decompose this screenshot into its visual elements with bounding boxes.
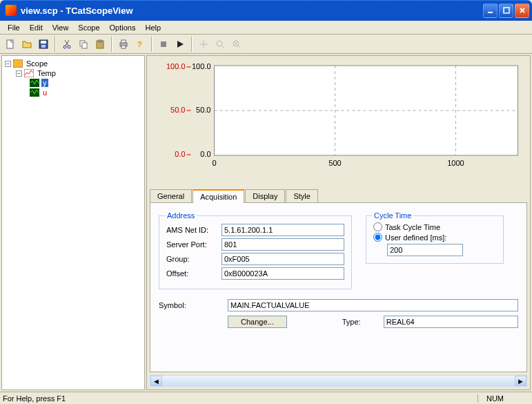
tree-channel-y-label: y [41, 79, 48, 87]
chart-area[interactable]: 100.0 50.0 0.0 100.0 50.0 0.0 0 500 1000 [150, 59, 527, 183]
horizontal-scrollbar[interactable]: ◄ ► [150, 375, 527, 387]
scroll-left-icon[interactable]: ◄ [150, 376, 162, 386]
tabstrip: General Acquisition Display Style [150, 189, 527, 202]
menu-edit[interactable]: Edit [25, 22, 48, 33]
play-icon[interactable] [173, 37, 188, 52]
toolbar: ? [0, 35, 532, 54]
svg-text:100.0: 100.0 [192, 62, 211, 70]
tree-channel-y[interactable]: y [5, 78, 141, 88]
status-help: For Help, press F1 [3, 394, 66, 403]
svg-rect-13 [121, 40, 126, 43]
symbol-label: Symbol: [159, 301, 228, 309]
tab-general[interactable]: General [150, 189, 192, 203]
help-icon[interactable]: ? [132, 37, 148, 52]
tab-style[interactable]: Style [286, 189, 317, 203]
svg-rect-20 [24, 69, 34, 77]
new-icon[interactable] [3, 37, 18, 52]
titlebar: view.scp - TCatScopeView [0, 0, 532, 21]
window-title: view.scp - TCatScopeView [19, 6, 483, 16]
ams-input[interactable] [221, 224, 344, 236]
zoom-icon[interactable] [213, 37, 228, 52]
svg-rect-16 [161, 41, 166, 47]
chart-icon [24, 69, 34, 77]
cycle-group: Cycle Time Task Cycle Time User defined … [366, 215, 504, 264]
menu-help[interactable]: Help [140, 22, 166, 33]
svg-text:0.0: 0.0 [175, 150, 185, 158]
svg-text:1000: 1000 [447, 159, 464, 167]
svg-rect-1 [504, 8, 509, 13]
type-input[interactable] [384, 316, 518, 328]
cut-icon[interactable] [59, 37, 75, 52]
svg-point-6 [63, 46, 66, 48]
scroll-track[interactable] [162, 376, 515, 386]
tab-display[interactable]: Display [245, 189, 285, 203]
status-num: NUM [477, 394, 512, 403]
scope-icon [13, 59, 23, 68]
collapse-icon[interactable]: − [16, 70, 22, 77]
collapse-icon[interactable]: − [5, 61, 11, 67]
svg-text:500: 500 [328, 159, 341, 167]
group-label: Group: [166, 255, 221, 263]
offset-label: Offset: [166, 269, 221, 278]
radio-user-label: User defined [ms]: [385, 233, 446, 242]
svg-text:0: 0 [212, 159, 216, 167]
signal-icon [30, 79, 39, 87]
port-input[interactable] [221, 238, 344, 251]
app-icon [6, 5, 17, 16]
menubar: File Edit View Scope Options Help [0, 21, 532, 35]
close-button[interactable] [515, 3, 529, 18]
group-input[interactable] [221, 253, 344, 265]
menu-file[interactable]: File [3, 22, 25, 33]
tree-root[interactable]: − Scope [5, 59, 141, 68]
svg-rect-5 [41, 45, 46, 48]
type-label: Type: [342, 318, 384, 326]
signal-icon [30, 88, 39, 97]
tree-root-label: Scope [25, 59, 49, 68]
symbol-input[interactable] [228, 299, 518, 311]
tree-channel-u[interactable]: u [5, 88, 141, 97]
zoom-reset-icon[interactable] [229, 37, 244, 52]
port-label: Server Port: [166, 240, 221, 249]
minimize-button[interactable] [483, 3, 497, 18]
radio-user-defined[interactable] [373, 233, 382, 242]
maximize-button[interactable] [499, 3, 513, 18]
svg-rect-11 [99, 40, 101, 42]
svg-point-7 [68, 46, 70, 48]
svg-rect-22 [30, 88, 39, 97]
cycle-value-input[interactable] [387, 244, 463, 256]
svg-text:100.0: 100.0 [166, 62, 186, 70]
svg-rect-4 [41, 41, 46, 44]
stop-icon[interactable] [156, 37, 171, 52]
svg-rect-14 [121, 46, 126, 48]
tab-content: Address AMS Net ID: Server Port: Group: … [150, 202, 527, 372]
radio-task-cycle[interactable] [373, 222, 382, 231]
menu-options[interactable]: Options [105, 22, 141, 33]
change-button[interactable]: Change... [228, 316, 287, 328]
content-pane: 100.0 50.0 0.0 100.0 50.0 0.0 0 500 1000… [146, 55, 531, 390]
tree-group[interactable]: − Temp [5, 68, 141, 78]
save-icon[interactable] [36, 37, 51, 52]
svg-rect-2 [7, 40, 13, 48]
svg-rect-0 [488, 12, 493, 13]
svg-rect-19 [13, 59, 23, 68]
paste-icon[interactable] [92, 37, 108, 52]
open-icon[interactable] [19, 37, 35, 52]
copy-icon[interactable] [76, 37, 91, 52]
offset-input[interactable] [221, 267, 344, 280]
tab-acquisition[interactable]: Acquisition [193, 189, 244, 203]
scroll-right-icon[interactable]: ► [515, 376, 526, 386]
tree-pane: − Scope − Temp y u [1, 55, 145, 390]
print-icon[interactable] [116, 37, 131, 52]
cycle-title: Cycle Time [372, 211, 413, 220]
tree-channel-u-label: u [41, 88, 48, 97]
radio-task-label: Task Cycle Time [385, 223, 440, 231]
svg-text:50.0: 50.0 [170, 106, 185, 114]
ams-label: AMS Net ID: [166, 226, 221, 234]
svg-text:50.0: 50.0 [196, 106, 210, 114]
menu-scope[interactable]: Scope [73, 22, 104, 33]
svg-text:?: ? [137, 40, 142, 48]
menu-view[interactable]: View [48, 22, 74, 33]
crosshair-icon[interactable] [196, 37, 211, 52]
svg-rect-9 [82, 43, 87, 48]
address-title: Address [165, 211, 197, 220]
